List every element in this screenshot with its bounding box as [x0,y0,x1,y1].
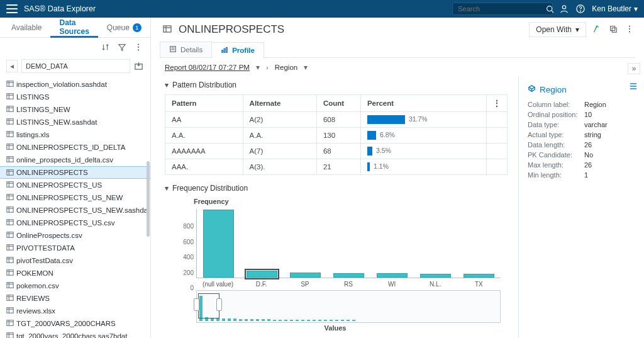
subtab-profile[interactable]: Profile [211,42,264,58]
col-menu[interactable]: ⋮ [486,95,507,112]
chart-bar[interactable] [203,210,234,278]
list-item-label: reviews.xlsx [16,307,55,315]
table-row[interactable]: AAAAAAAA(7)683.5% [165,144,508,159]
tab-available[interactable]: Available [3,18,50,37]
list-item[interactable]: ONLINEPROSPECTS [0,166,150,179]
overview-handle-right[interactable] [216,298,222,311]
list-item[interactable]: ONLINEPROSPECTS_ID_DELTA [0,141,150,154]
overview-handle-left[interactable] [194,298,199,311]
list-item-label: LISTINGS_NEW [16,106,70,113]
svg-point-78 [629,28,630,30]
sort-icon[interactable] [101,43,110,52]
list-item[interactable]: reviews.xlsx [0,305,150,317]
svg-rect-80 [170,47,176,52]
list-item[interactable]: LISTINGS_NEW.sashdat [0,116,150,128]
table-icon [6,80,14,87]
more-icon[interactable] [134,43,143,52]
breadcrumb-region[interactable]: Region [275,64,297,71]
svg-rect-36 [7,194,13,200]
svg-rect-12 [7,94,13,99]
chart-bar[interactable] [290,273,321,278]
list-item[interactable]: pivotTestData.csv [0,254,150,267]
user-menu[interactable]: Ken Beutler ▾ [592,4,638,13]
list-item[interactable]: ONLINEPROSPECTS_US_NEW.sashdat [0,204,150,217]
overview-strip[interactable] [196,290,501,323]
table-icon [6,193,14,201]
search-icon[interactable] [546,4,554,14]
chart-bar[interactable] [377,273,408,278]
chart-bar[interactable] [333,273,364,278]
bar-chart[interactable] [196,209,501,278]
tab-queue[interactable]: Queue 1 [98,18,150,37]
meta-key: Min length: [528,171,584,179]
table-row[interactable]: AAA.A(3).211.1% [165,159,508,175]
svg-rect-39 [7,207,13,213]
chevron-down-icon[interactable]: ▾ [256,63,260,72]
import-icon[interactable] [134,61,144,71]
list-view-icon[interactable] [629,82,638,91]
source-back-button[interactable]: ◂ [6,60,18,72]
search-input[interactable] [457,4,546,13]
list-item[interactable]: TGT_2000VARS_2000CHARS [0,317,150,330]
svg-rect-9 [7,81,13,87]
menu-icon[interactable] [6,4,18,13]
list-item-label: ONLINEPROSPECTS_US_NEW [16,194,123,201]
list-item-label: PIVOTTESTDATA [16,244,75,252]
chart-bar[interactable] [464,274,494,278]
table-icon [6,256,14,264]
list-item[interactable]: LISTINGS [0,91,150,103]
meta-value: 26 [584,161,592,169]
list-item[interactable]: ONLINEPROSPECTS_US [0,179,150,191]
list-item-label: POKEMON [16,269,53,277]
tab-data-sources[interactable]: Data Sources [50,18,97,38]
y-tick: 600 [170,239,194,245]
collapse-icon: ▾ [165,184,169,193]
list-item[interactable]: inspection_violation.sashdat [0,78,150,91]
report-link[interactable]: Report 08/02/17 07:27 PM [165,64,250,71]
section-frequency[interactable]: ▾Frequency Distribution [165,184,514,193]
source-list[interactable]: inspection_violation.sashdatLISTINGSLIST… [0,78,150,338]
sidebar-scrollbar[interactable] [147,86,150,338]
list-item[interactable]: OnlineProspects.csv [0,229,150,242]
list-item[interactable]: pokemon.csv [0,279,150,292]
list-item[interactable]: tgt_2000vars_2000chars.sas7bdat [0,330,150,338]
col-count[interactable]: Count [316,95,360,112]
subtab-details[interactable]: Details [160,42,212,57]
open-with-button[interactable]: Open With ▾ [529,22,586,37]
section-pattern[interactable]: ▾Pattern Distribution [165,81,514,89]
meta-row: Column label:Region [528,101,638,108]
chart-bar[interactable] [420,274,451,278]
toggle-panel-button[interactable]: » [628,63,640,74]
svg-rect-72 [164,26,171,32]
list-item[interactable]: ONLINEPROSPECTS_US_NEW [0,191,150,204]
list-item[interactable]: LISTINGS_NEW [0,103,150,116]
help-icon[interactable] [575,4,586,14]
chart-bar[interactable] [247,271,277,278]
col-pattern[interactable]: Pattern [165,95,243,112]
meta-value: varchar [584,121,608,128]
filter-icon[interactable] [118,43,126,52]
table-row[interactable]: A.A.A.A.1306.8% [165,128,508,144]
chevron-down-icon[interactable]: ▾ [304,63,308,72]
global-search[interactable] [452,3,553,15]
more-icon[interactable] [625,25,635,35]
list-item[interactable]: PIVOTTESTDATA [0,242,150,254]
list-item-label: LISTINGS [16,93,49,101]
source-input[interactable] [21,59,130,73]
user-icon[interactable] [559,4,569,14]
meta-row: PK Candidate:No [528,151,638,159]
list-item[interactable]: online_prospects_id_delta.csv [0,154,150,166]
svg-point-7 [138,49,139,50]
list-item[interactable]: ONLINEPROSPECTS_US.csv [0,217,150,229]
copy-icon[interactable] [609,25,619,35]
meta-value: 26 [584,141,592,149]
col-alternate[interactable]: Alternate [243,95,316,112]
list-item[interactable]: REVIEWS [0,292,150,305]
collapse-icon: ▾ [165,81,169,89]
y-tick: 800 [170,223,194,230]
list-item[interactable]: POKEMON [0,267,150,279]
run-icon[interactable] [592,25,602,35]
col-percent[interactable]: Percent [360,95,486,112]
list-item[interactable]: listings.xls [0,128,150,141]
table-row[interactable]: AAA(2)60831.7% [165,112,508,128]
